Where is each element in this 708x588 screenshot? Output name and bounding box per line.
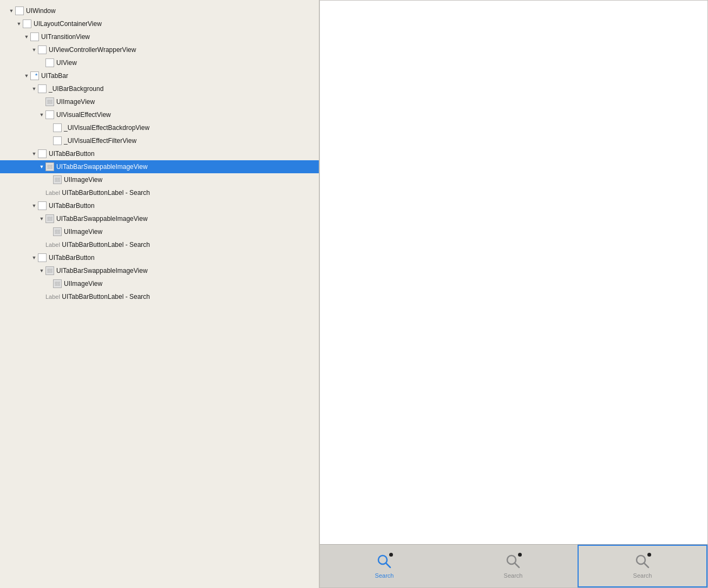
tab-dot-1 xyxy=(389,553,393,557)
tree-item-uitabbarbutton3[interactable]: UITabBarButton xyxy=(0,251,319,264)
label-uiimageview2: UIImageView xyxy=(64,176,316,184)
icon-uiimageview3 xyxy=(53,227,62,236)
label-label1: Label UITabBarButtonLabel - Search xyxy=(45,189,316,197)
label-uivisualeffectfilterview: _UIVisualEffectFilterView xyxy=(64,137,316,145)
arrow-uitabbarswappableimageview1 xyxy=(38,163,45,171)
arrow-uitransitionview xyxy=(23,33,30,41)
label-uiimageview3: UIImageView xyxy=(64,228,316,236)
svg-line-5 xyxy=(644,563,648,567)
arrow-uiwindow xyxy=(8,7,15,15)
tree-item-uitransitionview[interactable]: UITransitionView xyxy=(0,30,319,43)
arrow-uitabbar xyxy=(23,72,30,80)
tree-item-label2[interactable]: Label UITabBarButtonLabel - Search xyxy=(0,238,319,251)
tab-item-2[interactable]: Search xyxy=(449,545,578,587)
tree-item-uivisualeffectbackdropview[interactable]: _UIVisualEffectBackdropView xyxy=(0,121,319,134)
icon-uiimageview1 xyxy=(45,97,54,106)
tab-icon-wrapper-3 xyxy=(633,552,652,571)
arrow-uivisualeffectview xyxy=(38,111,45,119)
icon-uiimageview4 xyxy=(53,279,62,288)
tree-item-uiwindow[interactable]: UIWindow xyxy=(0,4,319,17)
tree-item-uitabbarbutton1[interactable]: UITabBarButton xyxy=(0,147,319,160)
label-uitabbarbutton1: UITabBarButton xyxy=(49,150,316,158)
arrow-uitabbarswappableimageview3 xyxy=(38,267,45,275)
tree-item-uibarbackground[interactable]: _UIBarBackground xyxy=(0,82,319,95)
tab-label-2: Search xyxy=(504,572,523,579)
label-uiwindow: UIWindow xyxy=(26,7,316,15)
icon-uilayoutcontainerview xyxy=(23,19,31,28)
label-uitransitionview: UITransitionView xyxy=(41,33,316,41)
simulator-content xyxy=(320,1,707,544)
tab-item-1[interactable]: Search xyxy=(320,545,449,587)
label-uivisualeffectbackdropview: _UIVisualEffectBackdropView xyxy=(64,124,316,132)
icon-uitabbarswappableimageview1 xyxy=(45,162,54,171)
label-uiview: UIView xyxy=(56,59,316,67)
icon-uivisualeffectview xyxy=(45,110,54,119)
view-hierarchy-panel: UIWindow UILayoutContainerView UITransit… xyxy=(0,0,319,588)
icon-uiimageview2 xyxy=(53,175,62,184)
label-uitabbar: UITabBar xyxy=(41,72,316,80)
tab-bar-simulator: Search Search xyxy=(320,544,707,587)
icon-uitabbar xyxy=(30,71,39,80)
icon-uiview xyxy=(45,58,54,67)
label-uitabbarswappableimageview1: UITabBarSwappableImageView xyxy=(56,163,316,171)
icon-uiwindow xyxy=(15,6,24,15)
label-uilayoutcontainerview: UILayoutContainerView xyxy=(34,20,316,28)
tab-dot-3 xyxy=(647,553,651,557)
tab-label-1: Search xyxy=(375,572,394,579)
arrow-uitabbarswappableimageview2 xyxy=(38,215,45,223)
arrow-uibarbackground xyxy=(30,85,38,93)
label-uiimageview1: UIImageView xyxy=(56,98,316,106)
tree-item-uivisualeffectfilterview[interactable]: _UIVisualEffectFilterView xyxy=(0,134,319,147)
tree-item-uivisualeffectview[interactable]: UIVisualEffectView xyxy=(0,108,319,121)
arrow-uitabbarbutton3 xyxy=(30,254,38,262)
phone-simulator: Search Search xyxy=(319,0,708,588)
icon-uitabbarbutton3 xyxy=(38,253,47,262)
icon-uivisualeffectbackdropview xyxy=(53,123,62,132)
tree-item-uitabbarswappableimageview3[interactable]: UITabBarSwappableImageView xyxy=(0,264,319,277)
tree-item-uiview[interactable]: UIView xyxy=(0,56,319,69)
tree-item-uitabbarswappableimageview2[interactable]: UITabBarSwappableImageView xyxy=(0,212,319,225)
label-uitabbarbutton3: UITabBarButton xyxy=(49,254,316,262)
arrow-uiviewcontrollerwrapperview xyxy=(30,46,38,54)
tree-item-uiimageview3[interactable]: UIImageView xyxy=(0,225,319,238)
tree-item-uilayoutcontainerview[interactable]: UILayoutContainerView xyxy=(0,17,319,30)
label-uitabbarswappableimageview2: UITabBarSwappableImageView xyxy=(56,215,316,223)
icon-uitabbarswappableimageview3 xyxy=(45,266,54,275)
label-uitabbarbutton2: UITabBarButton xyxy=(49,202,316,210)
icon-uitabbarbutton1 xyxy=(38,149,47,158)
arrow-uilayoutcontainerview xyxy=(15,20,23,28)
icon-uitransitionview xyxy=(30,32,39,41)
svg-line-1 xyxy=(386,563,390,567)
icon-uivisualeffectfilterview xyxy=(53,136,62,145)
label-uibarbackground: _UIBarBackground xyxy=(49,85,316,93)
label-uitabbarswappableimageview3: UITabBarSwappableImageView xyxy=(56,267,316,275)
tree-item-label3[interactable]: Label UITabBarButtonLabel - Search xyxy=(0,290,319,303)
tab-item-3[interactable]: Search xyxy=(578,545,707,587)
label-uivisualeffectview: UIVisualEffectView xyxy=(56,111,316,119)
label-uiimageview4: UIImageView xyxy=(64,280,316,288)
tab-label-3: Search xyxy=(633,572,652,579)
tree-item-uiviewcontrollerwrapperview[interactable]: UIViewControllerWrapperView xyxy=(0,43,319,56)
tab-dot-2 xyxy=(518,553,522,557)
tab-icon-wrapper-1 xyxy=(375,552,394,571)
arrow-uitabbarbutton1 xyxy=(30,150,38,158)
tab-icon-wrapper-2 xyxy=(503,552,523,571)
tree-item-uitabbarbutton2[interactable]: UITabBarButton xyxy=(0,199,319,212)
label-label3: Label UITabBarButtonLabel - Search xyxy=(45,293,316,300)
icon-uiviewcontrollerwrapperview xyxy=(38,45,47,54)
tree-item-uiimageview2[interactable]: UIImageView xyxy=(0,173,319,186)
label-label2: Label UITabBarButtonLabel - Search xyxy=(45,241,316,249)
tree-item-uitabbarswappableimageview1[interactable]: UITabBarSwappableImageView xyxy=(0,160,319,173)
tree-item-uiimageview4[interactable]: UIImageView xyxy=(0,277,319,290)
label-uiviewcontrollerwrapperview: UIViewControllerWrapperView xyxy=(49,46,316,54)
icon-uitabbarswappableimageview2 xyxy=(45,214,54,223)
svg-line-3 xyxy=(515,563,519,567)
tree-item-label1[interactable]: Label UITabBarButtonLabel - Search xyxy=(0,186,319,199)
arrow-uitabbarbutton2 xyxy=(30,202,38,210)
icon-uibarbackground xyxy=(38,84,47,93)
icon-uitabbarbutton2 xyxy=(38,201,47,210)
tree-item-uitabbar[interactable]: UITabBar xyxy=(0,69,319,82)
simulator-panel: Search Search xyxy=(319,0,708,588)
tree-item-uiimageview1[interactable]: UIImageView xyxy=(0,95,319,108)
